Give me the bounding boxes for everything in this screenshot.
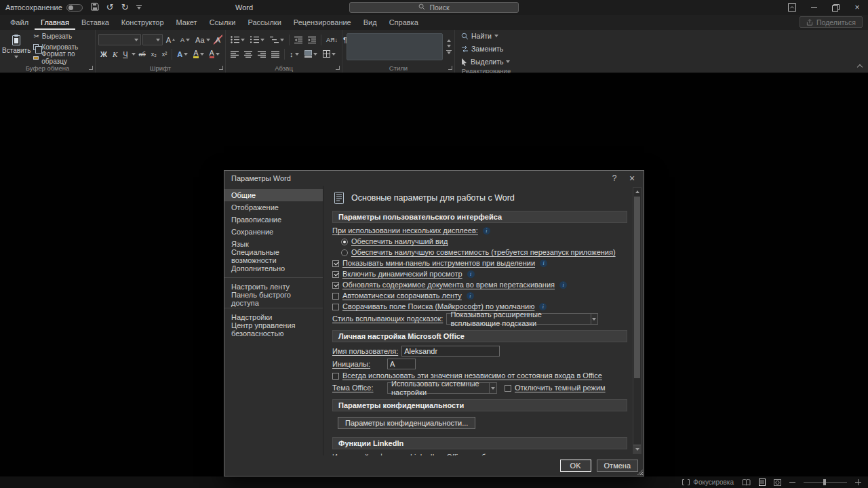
tab-mailings[interactable]: Рассылки	[241, 16, 287, 30]
undo-button[interactable]: ↺	[106, 3, 114, 12]
close-button[interactable]: ×	[846, 0, 868, 15]
increase-indent-button[interactable]	[306, 34, 318, 45]
find-button[interactable]: Найти	[458, 30, 515, 41]
dialog-launcher-icon[interactable]	[89, 66, 93, 70]
dialog-scrollbar[interactable]	[633, 187, 642, 454]
office-theme-select[interactable]: Использовать системные настройки	[387, 382, 497, 394]
change-case-button[interactable]: Аа	[193, 34, 212, 45]
strikethrough-button[interactable]: аб	[137, 48, 148, 60]
print-layout-button[interactable]	[759, 479, 766, 486]
initials-input[interactable]	[387, 359, 416, 369]
shading-button[interactable]	[302, 48, 319, 60]
zoom-slider[interactable]	[804, 482, 847, 483]
ok-button[interactable]: OK	[560, 460, 591, 472]
tab-home[interactable]: Главная	[35, 16, 75, 30]
borders-button[interactable]	[321, 48, 338, 60]
info-icon[interactable]	[467, 292, 474, 300]
dialog-help-button[interactable]: ?	[606, 171, 623, 185]
username-input[interactable]	[401, 346, 500, 357]
sidebar-item-display[interactable]: Отображение	[224, 201, 323, 214]
tab-references[interactable]: Ссылки	[203, 16, 242, 30]
tab-design[interactable]: Конструктор	[115, 16, 170, 30]
align-center-button[interactable]	[242, 48, 254, 60]
info-icon[interactable]	[483, 227, 490, 235]
text-effects-button[interactable]: А	[175, 48, 190, 60]
scrollbar-thumb[interactable]	[634, 197, 640, 378]
focus-mode-button[interactable]: Фокусировка	[682, 479, 734, 486]
align-left-button[interactable]	[229, 48, 241, 60]
dialog-close-button[interactable]: ×	[623, 171, 641, 185]
bold-button[interactable]: Ж	[98, 48, 109, 60]
font-color-button[interactable]: А	[208, 48, 222, 60]
info-icon[interactable]	[467, 270, 475, 278]
sidebar-item-accessibility[interactable]: Специальные возможности	[224, 250, 323, 262]
privacy-settings-button[interactable]: Параметры конфиденциальности...	[338, 417, 475, 429]
gallery-more-icon[interactable]	[446, 50, 452, 54]
clear-formatting-button[interactable]: А	[214, 34, 222, 45]
multilevel-list-button[interactable]	[268, 34, 286, 45]
shrink-font-button[interactable]: А	[178, 34, 192, 45]
radio-best-appearance[interactable]: Обеспечить наилучший вид	[341, 237, 627, 246]
zoom-slider-thumb[interactable]	[823, 479, 826, 485]
font-size-select[interactable]	[142, 34, 163, 45]
resize-grip[interactable]	[635, 468, 643, 475]
sidebar-item-trust-center[interactable]: Центр управления безопасностью	[224, 323, 323, 336]
checkbox-collapse-ribbon[interactable]: Автоматически сворачивать ленту	[332, 291, 627, 300]
grow-font-button[interactable]: А	[164, 34, 177, 45]
tab-insert[interactable]: Вставка	[75, 16, 115, 30]
font-name-select[interactable]	[98, 34, 141, 45]
italic-button[interactable]: К	[111, 48, 119, 60]
checkbox-disable-dark-mode[interactable]: Отключить темный режим	[505, 384, 606, 392]
tab-view[interactable]: Вид	[357, 16, 383, 30]
styles-gallery[interactable]	[347, 33, 443, 60]
sidebar-item-save[interactable]: Сохранение	[224, 226, 323, 238]
dialog-launcher-icon[interactable]	[448, 66, 452, 70]
align-right-button[interactable]	[256, 48, 268, 60]
underline-button[interactable]: Ч	[121, 48, 130, 60]
save-button[interactable]	[91, 3, 99, 13]
tab-layout[interactable]: Макет	[170, 16, 203, 30]
line-spacing-button[interactable]: ↕	[288, 48, 301, 60]
tab-review[interactable]: Рецензирование	[288, 16, 357, 30]
read-mode-button[interactable]	[742, 479, 751, 486]
tab-help[interactable]: Справка	[383, 16, 425, 30]
checkbox-show-mini-toolbar[interactable]: Показывать мини-панель инструментов при …	[332, 259, 627, 268]
checkbox-live-preview[interactable]: Включить динамический просмотр	[332, 270, 627, 279]
tooltip-style-select[interactable]: Показывать расширенные всплывающие подск…	[446, 313, 598, 325]
paste-button[interactable]: Вставить	[2, 32, 31, 62]
customize-qat-icon[interactable]	[136, 5, 142, 9]
redo-button[interactable]: ↻	[121, 3, 129, 12]
scroll-up-icon[interactable]	[633, 188, 641, 196]
sort-button[interactable]: АЯ↓	[324, 34, 340, 45]
minimize-button[interactable]	[803, 0, 825, 15]
cancel-button[interactable]: Отмена	[597, 460, 638, 472]
dialog-launcher-icon[interactable]	[336, 66, 340, 70]
info-icon[interactable]	[559, 281, 567, 289]
decrease-indent-button[interactable]	[292, 34, 304, 45]
cut-button[interactable]: ✂Вырезать	[32, 31, 94, 41]
subscript-button[interactable]: х₂	[149, 48, 159, 60]
format-painter-button[interactable]: Формат по образцу	[32, 53, 94, 62]
gallery-up-icon[interactable]	[447, 39, 451, 42]
zoom-out-button[interactable]	[789, 482, 795, 483]
sidebar-item-quick-access-toolbar[interactable]: Панель быстрого доступа	[224, 293, 323, 305]
search-input[interactable]: Поиск	[349, 2, 519, 13]
ribbon-display-options-button[interactable]	[781, 0, 803, 15]
superscript-button[interactable]: х²	[160, 48, 170, 60]
maximize-button[interactable]	[825, 0, 846, 15]
web-layout-button[interactable]	[774, 479, 781, 486]
numbering-button[interactable]	[248, 34, 267, 45]
info-icon[interactable]	[539, 303, 547, 310]
select-button[interactable]: Выделить	[458, 56, 515, 67]
autosave-toggle[interactable]	[66, 4, 83, 12]
bullets-button[interactable]	[229, 34, 247, 45]
checkbox-update-while-dragging[interactable]: Обновлять содержимое документа во время …	[332, 281, 627, 289]
zoom-in-button[interactable]	[855, 479, 861, 485]
sidebar-item-general[interactable]: Общие	[224, 189, 323, 201]
radio-best-compatibility[interactable]: Обеспечить наилучшую совместимость (треб…	[341, 248, 627, 257]
scroll-down-icon[interactable]	[633, 445, 641, 453]
sidebar-item-proofing[interactable]: Правописание	[224, 214, 323, 226]
justify-button[interactable]	[269, 48, 281, 60]
tab-file[interactable]: Файл	[4, 16, 35, 30]
info-icon[interactable]	[540, 260, 547, 267]
